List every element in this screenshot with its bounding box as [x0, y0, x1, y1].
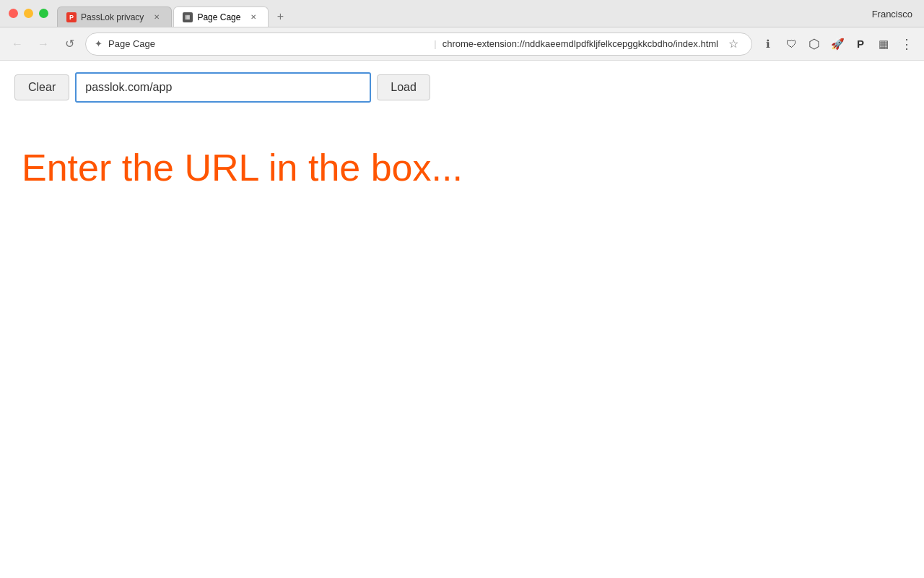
addressbar: ← → ↺ ✦ Page Cage | chrome-extension://n…: [0, 27, 924, 61]
shield-icon: 🛡: [786, 38, 797, 50]
user-name: Francisco: [872, 8, 912, 19]
load-button[interactable]: Load: [377, 74, 430, 100]
pagecage-favicon: ▦: [183, 12, 193, 22]
toolbar: Clear Load: [14, 72, 910, 103]
rocket-icon: 🚀: [831, 38, 845, 51]
ext-buttons: ℹ 🛡 ⬡ 🚀 P ▦ ⋮: [758, 34, 917, 54]
back-button[interactable]: ←: [7, 34, 27, 54]
tab-passlok-label: PassLok privacy: [81, 12, 144, 22]
rocket-button[interactable]: 🚀: [827, 34, 847, 54]
tabs-bar: P PassLok privacy ✕ ▦ Page Cage ✕ +: [57, 0, 290, 27]
prompt-text: Enter the URL in the box...: [22, 146, 910, 189]
menu-button[interactable]: ⋮: [897, 34, 917, 54]
pocket-icon: ⬡: [808, 36, 820, 52]
tab-passlok-close[interactable]: ✕: [151, 12, 162, 23]
reload-button[interactable]: ↺: [59, 34, 79, 54]
address-divider: |: [434, 38, 436, 49]
page-content: Clear Load Enter the URL in the box...: [0, 61, 924, 578]
close-button[interactable]: [9, 9, 18, 18]
window-controls: [9, 9, 48, 18]
address-url: chrome-extension://nddkaeemdlpdfkljfelkc…: [443, 38, 718, 49]
grid-button[interactable]: ▦: [873, 34, 894, 54]
address-page-title: Page Cage: [108, 38, 428, 49]
tab-passlok[interactable]: P PassLok privacy ✕: [57, 7, 172, 27]
forward-icon: →: [38, 38, 49, 51]
reload-icon: ↺: [65, 37, 74, 51]
menu-icon: ⋮: [900, 36, 913, 52]
tab-pagecage[interactable]: ▦ Page Cage ✕: [173, 7, 269, 27]
grid-icon: ▦: [879, 38, 889, 51]
tab-pagecage-close[interactable]: ✕: [248, 12, 259, 23]
minimize-button[interactable]: [24, 9, 33, 18]
titlebar: P PassLok privacy ✕ ▦ Page Cage ✕ + Fran…: [0, 0, 924, 27]
shield-button[interactable]: 🛡: [781, 34, 801, 54]
back-icon: ←: [12, 38, 23, 51]
pocket-button[interactable]: ⬡: [804, 34, 824, 54]
passlok-favicon: P: [66, 12, 77, 22]
page-icon: ✦: [95, 38, 103, 49]
url-input[interactable]: [75, 72, 371, 103]
pass-button[interactable]: P: [850, 34, 871, 54]
pass-icon: P: [857, 38, 864, 50]
tab-pagecage-label: Page Cage: [197, 12, 240, 22]
maximize-button[interactable]: [39, 9, 48, 18]
address-container[interactable]: ✦ Page Cage | chrome-extension://nddkaee…: [85, 33, 752, 56]
info-icon: ℹ: [766, 38, 770, 51]
bookmark-icon[interactable]: ☆: [724, 35, 743, 53]
new-tab-button[interactable]: +: [270, 7, 290, 27]
info-button[interactable]: ℹ: [758, 34, 778, 54]
forward-button[interactable]: →: [33, 34, 53, 54]
clear-button[interactable]: Clear: [14, 74, 69, 100]
